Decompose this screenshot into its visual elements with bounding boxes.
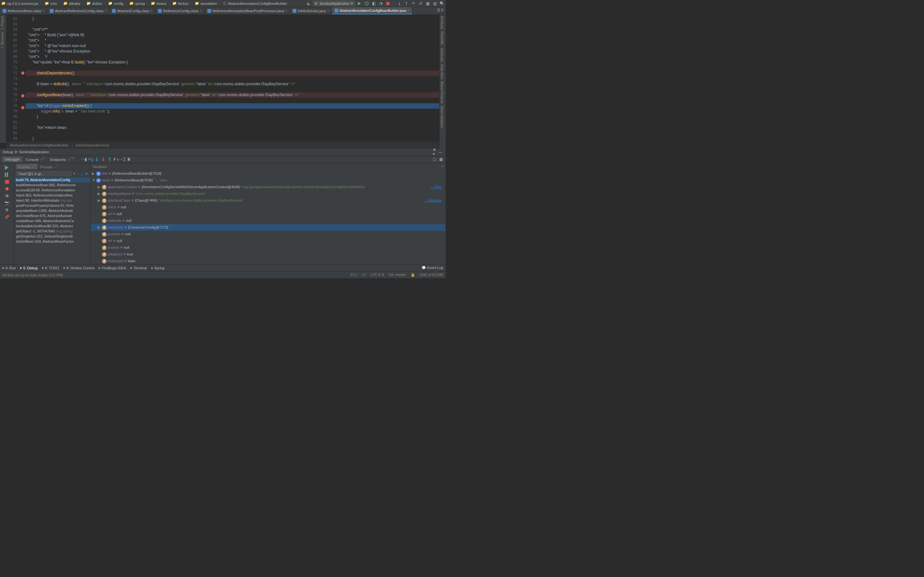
frames-tab[interactable]: Frames →*: [16, 164, 37, 169]
tool-window-tab[interactable]: ▸6: TODO: [42, 266, 59, 270]
right-tool-antbuild[interactable]: Ant Build: [439, 15, 444, 30]
tool-window-tab[interactable]: ▸Terminal: [131, 266, 147, 270]
vcs-commit-icon[interactable]: ⭱: [404, 1, 409, 6]
left-tool-structure[interactable]: 7: Structure: [0, 31, 5, 50]
prev-frame-icon[interactable]: ↑: [78, 172, 79, 176]
close-icon[interactable]: ×: [151, 9, 153, 13]
stack-frame[interactable]: doCreateBean:575, AbstractAutowir: [14, 213, 90, 218]
vcs-history-icon[interactable]: ↶: [411, 1, 416, 6]
rerun-icon[interactable]: [4, 164, 10, 171]
stack-frame[interactable]: access$100:65, ReferenceAnnotation: [14, 187, 90, 193]
variable-row[interactable]: ▶≡ this = {ReferenceBeanBuilder@7518}: [90, 170, 446, 177]
coverage-icon[interactable]: ◧: [371, 1, 376, 6]
get-thread-dump-icon[interactable]: 📷: [4, 200, 10, 206]
editor-tab[interactable]: AbstractReferenceConfig.class×: [47, 7, 110, 15]
variable-row[interactable]: f destroyed = false: [90, 258, 446, 264]
pin-icon[interactable]: 📌: [4, 214, 10, 220]
run-icon[interactable]: [357, 1, 362, 6]
stack-frame[interactable]: lambda$doGetBean$0:320, Abstract: [14, 223, 90, 229]
line-ending[interactable]: LF: [362, 273, 366, 277]
tool-window-tab[interactable]: ▸9: Version Control: [63, 266, 94, 270]
editor-tab[interactable]: ReferenceAnnotationBeanPostProcessor.jav…: [205, 7, 290, 15]
step-out-icon[interactable]: [107, 156, 113, 162]
caret-position[interactable]: 87:1: [351, 273, 357, 277]
stop-icon[interactable]: [385, 1, 391, 6]
editor-tab[interactable]: ReferenceBean.class×: [0, 7, 47, 15]
thread-selector[interactable]: "main"@1 in gr...: [16, 171, 71, 176]
console-tab[interactable]: Console →*: [23, 156, 47, 163]
hidden-tabs-badge[interactable]: ☰ 3: [435, 7, 446, 15]
close-icon[interactable]: ×: [327, 9, 329, 13]
stack-frame[interactable]: getObject:-1, 987547666 (org.spring: [14, 229, 90, 234]
variable-row[interactable]: ▶f applicationContext = {AnnotationConfi…: [90, 184, 446, 190]
debugger-tab[interactable]: Debugger: [2, 156, 23, 162]
stop-icon[interactable]: [4, 179, 10, 185]
mute-breakpoints-icon[interactable]: [4, 193, 10, 199]
force-step-into-icon[interactable]: [100, 156, 106, 162]
vcs-update-icon[interactable]: ⭳: [397, 1, 402, 6]
hammer-icon[interactable]: [306, 1, 311, 6]
stack-frame[interactable]: build:78, AbstractAnnotationConfig: [14, 177, 90, 182]
profile-icon[interactable]: ◔: [378, 1, 383, 6]
stack-frame[interactable]: doGetBean:318, AbstractBeanFactor: [14, 239, 90, 244]
editor-tab[interactable]: ReferenceConfig.class×: [155, 7, 205, 15]
stack-frame[interactable]: buildReferenceBean:385, ReferenceA: [14, 182, 90, 187]
variable-row[interactable]: ▶f consumer = {ConsumerConfig@7173} "": [90, 224, 446, 231]
next-frame-icon[interactable]: ↓: [81, 172, 83, 176]
thread-dropdown-icon[interactable]: ▾: [73, 171, 75, 176]
event-log-tab[interactable]: 💬 Event Log: [422, 266, 443, 270]
right-tool-database[interactable]: Database: [439, 47, 444, 63]
variable-row[interactable]: f methods = null: [90, 218, 446, 224]
variable-row[interactable]: f initialized = true: [90, 251, 446, 258]
stack-frame[interactable]: populateBean:1383, AbstractAutowir: [14, 208, 90, 213]
close-icon[interactable]: ×: [285, 9, 287, 13]
code-area[interactable]: } "cmt">/**"cmt"> * Build {"ann">@link B…: [26, 15, 439, 145]
project-structure-icon[interactable]: ▤: [432, 1, 437, 6]
stack-frame[interactable]: inject:363, ReferenceAnnotationBea: [14, 193, 90, 198]
close-icon[interactable]: ×: [105, 9, 107, 13]
editor-tab[interactable]: AbstractAnnotationConfigBeanBuilder.java…: [332, 7, 412, 15]
debug-settings-icon[interactable]: ⚙ ▾: [433, 149, 438, 155]
tool-window-tab[interactable]: ▸FindBugs-IDEA: [99, 266, 126, 270]
run-config-selector[interactable]: SentinelApplication ▾: [313, 1, 355, 6]
view-breakpoints-icon[interactable]: [4, 185, 10, 192]
new-watch-icon[interactable]: ↗: [441, 164, 444, 169]
drop-frame-icon[interactable]: ✗↘: [113, 156, 119, 162]
close-icon[interactable]: ×: [200, 9, 202, 13]
tool-window-tab[interactable]: ▸5: Debug: [20, 266, 37, 270]
stack-frame[interactable]: getSingleton:222, DefaultSingletonB: [14, 234, 90, 239]
variables-list[interactable]: ▶≡ this = {ReferenceBeanBuilder@7518}▼≡ …: [90, 170, 446, 271]
left-tool-project[interactable]: 1: Project: [0, 15, 5, 31]
settings-icon[interactable]: ⚙: [4, 207, 10, 213]
run-to-cursor-icon[interactable]: →Ꮖ: [120, 156, 126, 162]
lock-icon[interactable]: 🔒: [411, 273, 415, 277]
memory-indicator[interactable]: 1042 of 6113M: [420, 273, 443, 277]
variable-row[interactable]: f ref = null: [90, 237, 446, 244]
vcs-revert-icon[interactable]: ↺: [418, 1, 423, 6]
right-tool-beanvalidation[interactable]: Bean Validation: [439, 105, 444, 129]
editor-tab[interactable]: AbstractConfig.class×: [110, 7, 155, 15]
breakpoint-icon[interactable]: [21, 106, 24, 109]
step-over-icon[interactable]: [87, 156, 94, 162]
right-tool-dataview[interactable]: Data View: [439, 63, 444, 80]
variable-row[interactable]: ▶f interfaceClass = {Class@7495} "interf…: [90, 197, 446, 204]
tool-window-tab[interactable]: ▸Spring: [152, 266, 165, 270]
step-into-icon[interactable]: [94, 156, 100, 162]
variable-row[interactable]: f protocol = null: [90, 231, 446, 237]
encoding[interactable]: UTF-8 ⇅: [371, 273, 384, 277]
variable-row[interactable]: ▼≡ bean = {ReferenceBean@7536} "... View: [90, 177, 446, 184]
settings-icon[interactable]: ▦: [425, 1, 430, 6]
show-exec-point-icon[interactable]: →▮: [81, 156, 87, 162]
breakpoint-icon[interactable]: [21, 94, 24, 97]
right-tool-mavenprojects[interactable]: Maven Projects: [439, 80, 444, 105]
resume-icon[interactable]: [4, 171, 10, 178]
breakpoint-icon[interactable]: [21, 71, 24, 75]
variable-row[interactable]: f url = null: [90, 211, 446, 218]
stack-frame[interactable]: postProcessPropertyValues:92, Refe: [14, 203, 90, 208]
search-icon[interactable]: 🔍: [439, 1, 444, 6]
close-icon[interactable]: ×: [407, 9, 409, 12]
stack-frame[interactable]: createBean:498, AbstractAutowireCa: [14, 218, 90, 223]
editor-tab[interactable]: IHelloService.java×: [290, 7, 332, 15]
gutter-icons[interactable]: [20, 15, 26, 145]
stack-frame[interactable]: inject:90, InjectionMetadata (org.spr: [14, 198, 90, 203]
